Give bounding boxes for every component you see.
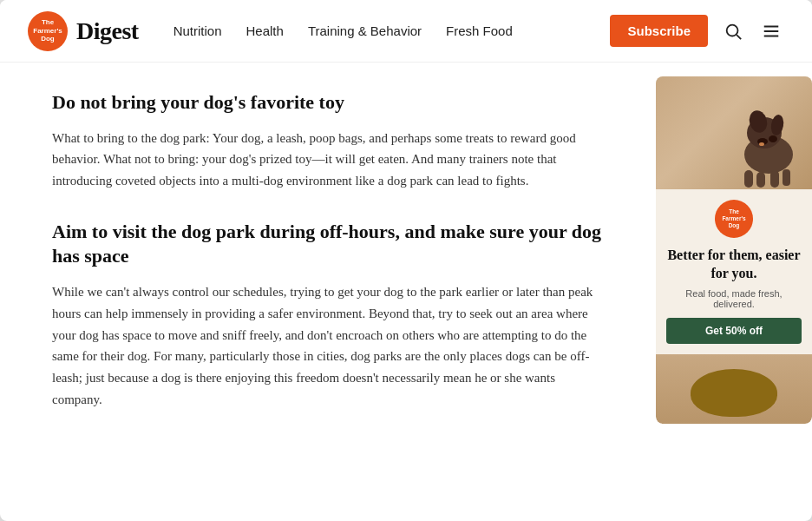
dog-illustration <box>725 94 803 189</box>
svg-rect-13 <box>770 170 779 188</box>
svg-rect-14 <box>783 169 790 186</box>
menu-button[interactable] <box>758 18 784 44</box>
nav-nutrition[interactable]: Nutrition <box>174 23 222 38</box>
site-header: The Farmer's Dog Digest Nutrition Health… <box>0 0 812 63</box>
nav-training[interactable]: Training & Behavior <box>308 23 422 38</box>
svg-point-15 <box>759 142 764 146</box>
nav-right: Subscribe <box>610 15 784 47</box>
svg-line-1 <box>737 35 741 39</box>
ad-brand-text: The Farmer's Dog <box>722 208 745 228</box>
menu-icon <box>762 22 781 41</box>
search-icon <box>724 22 743 41</box>
article-body: Do not bring your dog's favorite toy Wha… <box>0 63 638 521</box>
ad-cta-button[interactable]: Get 50% off <box>666 318 802 344</box>
logo-circle: The Farmer's Dog <box>28 11 68 51</box>
svg-point-10 <box>769 135 777 142</box>
section1-title: Do not bring your dog's favorite toy <box>52 90 604 115</box>
ad-card: The Farmer's Dog Better for them, easier… <box>656 76 812 424</box>
logo-area[interactable]: The Farmer's Dog Digest <box>28 11 139 51</box>
sidebar: The Farmer's Dog Better for them, easier… <box>638 63 812 521</box>
svg-rect-11 <box>744 170 753 188</box>
main-nav: Nutrition Health Training & Behavior Fre… <box>174 23 611 38</box>
nav-fresh-food[interactable]: Fresh Food <box>446 23 513 38</box>
logo-text: The Farmer's Dog <box>33 18 62 43</box>
ad-brand-circle: The Farmer's Dog <box>715 200 753 238</box>
svg-point-0 <box>727 24 738 36</box>
content-area: Do not bring your dog's favorite toy Wha… <box>0 63 812 521</box>
section1-body: What to bring to the dog park: Your dog,… <box>52 128 604 192</box>
site-title: Digest <box>76 17 139 45</box>
svg-rect-12 <box>756 172 765 188</box>
subscribe-button[interactable]: Subscribe <box>610 15 708 47</box>
section2-body: While we can't always control our schedu… <box>52 281 604 411</box>
search-button[interactable] <box>720 18 746 44</box>
ad-body: The Farmer's Dog Better for them, easier… <box>656 189 812 354</box>
ad-dog-image <box>656 76 812 189</box>
ad-headline: Better for them, easier for you. <box>666 247 802 283</box>
section2-title: Aim to visit the dog park during off-hou… <box>52 220 604 269</box>
nav-health[interactable]: Health <box>246 23 284 38</box>
bowl-illustration <box>691 369 777 417</box>
ad-subtext: Real food, made fresh, delivered. <box>666 288 802 309</box>
ad-food-bowl <box>656 354 812 424</box>
